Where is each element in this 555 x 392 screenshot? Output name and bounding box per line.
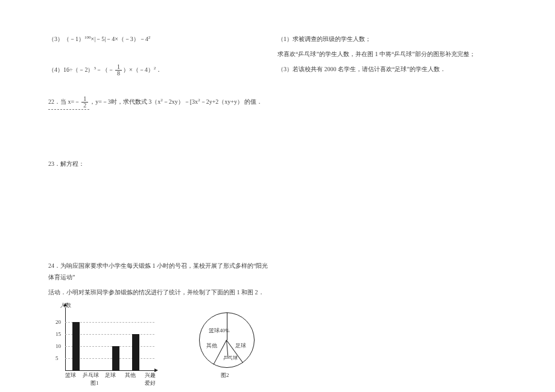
problem-24-line2: 活动．小明对某班同学参加锻炼的情况进行了统计，并绘制了下面的图 1 和图 2．: [48, 286, 271, 298]
y-tick: 10: [56, 343, 61, 349]
p3-b: ×|－5|－4×（－3）－4: [91, 36, 148, 42]
fig2-caption: 图2: [221, 371, 229, 379]
p4-den: 8: [115, 71, 122, 77]
bar-football: [112, 346, 119, 370]
p4-end: ．: [156, 66, 162, 73]
q24-sub3: （3）若该校共有 2000 名学生，请估计喜欢“足球”的学生人数．: [278, 63, 525, 75]
y-axis-arrow-icon: [63, 303, 67, 306]
pie-label-pingpong: 乒乓球: [223, 355, 238, 361]
fig1-caption: 图1: [90, 379, 99, 387]
p3-exp2: 2: [148, 35, 151, 40]
q22-frac: 12: [81, 96, 88, 109]
p3-exp: 100: [84, 35, 91, 40]
pie-label-football: 足球: [235, 342, 246, 350]
left-column: （3）（－1）100×|－5|－4×（－3）－42 （4）16÷（－2）3－（－…: [48, 33, 271, 385]
pie-divider: [227, 312, 227, 340]
pie-label-basketball: 篮球40%: [209, 327, 230, 335]
q22-b: ，y=－3时，求代数式 3（x: [89, 98, 160, 105]
y-tick: 20: [56, 319, 61, 325]
bar-basketball: [72, 322, 80, 370]
pie-label-other: 其他: [206, 342, 217, 350]
p4-a: （4）16÷（－2）: [48, 66, 94, 73]
y-tick: 15: [56, 331, 61, 337]
x-tick: 足球: [101, 371, 119, 379]
bar-chart-fig1: 人数 5 10 15 20 篮球 乒乓球 足球: [48, 304, 157, 385]
q22-den: 2: [81, 103, 88, 109]
q22-c: －2xy）－[3x: [163, 98, 198, 105]
bars: [65, 308, 154, 370]
p4-b: －（－: [96, 66, 114, 73]
figures-row: 人数 5 10 15 20 篮球 乒乓球 足球: [48, 304, 271, 385]
worksheet-page: （3）（－1）100×|－5|－4×（－3）－42 （4）16÷（－2）3－（－…: [0, 0, 555, 392]
x-tick: 乒乓球: [81, 371, 100, 379]
problem-21-4: （4）16÷（－2）3－（－18）×（－4）2．: [48, 64, 271, 77]
q24-sub1: （1）求被调查的班级的学生人数；: [278, 33, 525, 45]
p4-c: ）×（－4）: [123, 66, 154, 73]
x-tick: 篮球: [62, 371, 80, 379]
problem-22: 22．当 x=－12 ，y=－3时，求代数式 3（x2－2xy）－[3x2－2y…: [48, 96, 271, 110]
right-column: （1）求被调查的班级的学生人数； 求喜欢“乒乓球”的学生人数，并在图 1 中将“…: [278, 33, 525, 78]
problem-21-3: （3）（－1）100×|－5|－4×（－3）－42: [48, 33, 271, 45]
problem-24-line1: 24．为响应国家要求中小学生每天锻炼 1 小时的号召，某校开展了形式多样的“阳光…: [48, 260, 271, 283]
problem-23: 23．解方程：: [48, 158, 271, 169]
q22-d: －2y+2（xy+y） 的值．: [200, 98, 263, 105]
y-tick: 5: [56, 355, 59, 361]
bar-other: [132, 334, 139, 370]
q22-a: 22．当 x=－: [48, 98, 80, 105]
x-tick: 其他: [121, 371, 139, 379]
q24-sub2: 求喜欢“乒乓球”的学生人数，并在图 1 中将“乒乓球”部分的图形补充完整；: [278, 48, 525, 60]
q22-underlined: 22．当 x=－12: [48, 96, 89, 110]
p4-fraction: 18: [115, 64, 122, 77]
x-axis-label: 兴趣爱好: [145, 371, 157, 387]
pie-chart-fig2: 篮球40% 其他 足球 乒乓球 图2: [193, 304, 265, 385]
p3-a: （3）（－1）: [48, 36, 84, 42]
